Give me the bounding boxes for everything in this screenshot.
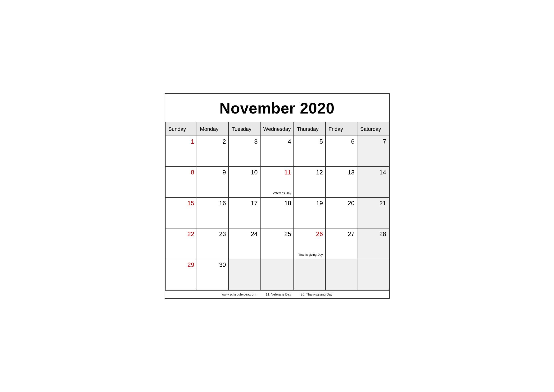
day-cell: 27 — [326, 229, 357, 259]
day-cell: 24 — [229, 229, 261, 259]
day-cell: 1 — [166, 136, 197, 167]
day-cell: 7 — [357, 136, 389, 167]
day-cell: 15 — [166, 198, 197, 229]
day-cell: 10 — [229, 167, 261, 198]
day-number: 6 — [328, 138, 354, 145]
day-cell: 2 — [197, 136, 229, 167]
day-number: 3 — [231, 138, 258, 145]
day-number: 2 — [200, 138, 226, 145]
day-number: 15 — [168, 200, 194, 207]
day-number: 25 — [263, 230, 291, 238]
day-number: 9 — [200, 169, 226, 176]
calendar-footer: www.scheduleidea.com 11: Veterans Day 26… — [165, 290, 389, 298]
day-number: 7 — [360, 138, 386, 145]
day-number: 20 — [328, 200, 354, 207]
day-number: 12 — [296, 169, 323, 176]
day-cell: 5 — [294, 136, 326, 167]
day-number: 1 — [168, 138, 194, 145]
day-cell: 28 — [357, 229, 389, 259]
day-cell: 18 — [261, 198, 294, 229]
day-number: 18 — [263, 200, 291, 207]
day-number: 28 — [360, 230, 386, 238]
day-number: 23 — [200, 230, 226, 238]
day-cell: 13 — [326, 167, 357, 198]
day-number: 16 — [200, 200, 226, 207]
day-cell: 19 — [294, 198, 326, 229]
day-cell: 12 — [294, 167, 326, 198]
day-cell — [294, 259, 326, 290]
day-header-sunday: Sunday — [166, 122, 197, 136]
day-cell: 30 — [197, 259, 229, 290]
day-cell — [261, 259, 294, 290]
day-number: 21 — [360, 200, 386, 207]
day-number: 30 — [200, 261, 226, 268]
day-number: 26 — [296, 230, 323, 238]
day-header-tuesday: Tuesday — [229, 122, 261, 136]
day-number: 22 — [168, 230, 194, 238]
day-cell: 29 — [166, 259, 197, 290]
day-number: 29 — [168, 261, 194, 268]
day-header-wednesday: Wednesday — [261, 122, 294, 136]
day-cell: 11Veterans Day — [261, 167, 294, 198]
day-cell: 17 — [229, 198, 261, 229]
day-cell: 3 — [229, 136, 261, 167]
day-number: 10 — [231, 169, 258, 176]
day-cell — [229, 259, 261, 290]
calendar-title: November 2020 — [165, 94, 389, 122]
day-cell: 25 — [261, 229, 294, 259]
day-number: 19 — [296, 200, 323, 207]
day-cell: 21 — [357, 198, 389, 229]
day-header-friday: Friday — [326, 122, 357, 136]
day-number: 11 — [263, 169, 291, 176]
day-number: 13 — [328, 169, 354, 176]
day-cell — [357, 259, 389, 290]
day-number: 8 — [168, 169, 194, 176]
day-cell: 26Thanksgiving Day — [294, 229, 326, 259]
holiday-label: Thanksgiving Day — [298, 253, 323, 256]
day-header-thursday: Thursday — [294, 122, 326, 136]
day-cell: 4 — [261, 136, 294, 167]
footer-website: www.scheduleidea.com — [222, 293, 256, 296]
day-cell: 23 — [197, 229, 229, 259]
day-number: 5 — [296, 138, 323, 145]
holiday-label: Veterans Day — [273, 191, 291, 195]
day-number: 27 — [328, 230, 354, 238]
day-cell: 9 — [197, 167, 229, 198]
day-cell: 22 — [166, 229, 197, 259]
day-cell: 6 — [326, 136, 357, 167]
calendar: November 2020 SundayMondayTuesdayWednesd… — [165, 93, 390, 299]
day-cell: 8 — [166, 167, 197, 198]
calendar-grid: SundayMondayTuesdayWednesdayThursdayFrid… — [165, 122, 389, 290]
day-cell: 16 — [197, 198, 229, 229]
footer-note1: 11: Veterans Day — [266, 293, 291, 296]
footer-note2: 26: Thanksgiving Day — [301, 293, 332, 296]
day-cell — [326, 259, 357, 290]
day-header-monday: Monday — [197, 122, 229, 136]
day-header-saturday: Saturday — [357, 122, 389, 136]
day-cell: 20 — [326, 198, 357, 229]
day-number: 4 — [263, 138, 291, 145]
day-cell: 14 — [357, 167, 389, 198]
day-number: 24 — [231, 230, 258, 238]
day-number: 17 — [231, 200, 258, 207]
day-number: 14 — [360, 169, 386, 176]
